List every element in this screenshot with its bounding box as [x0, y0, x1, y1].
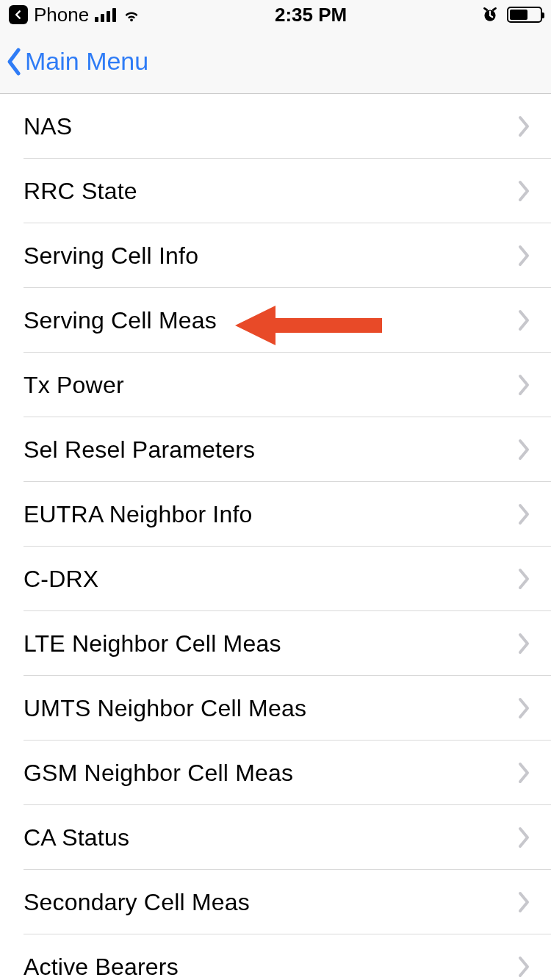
menu-item-nas[interactable]: NAS: [0, 94, 551, 159]
status-time: 2:35 PM: [275, 4, 347, 26]
chevron-right-icon: [517, 762, 530, 784]
chevron-right-icon: [517, 826, 530, 849]
menu-item-label: Secondary Cell Meas: [24, 889, 250, 916]
menu-item-ca-status[interactable]: CA Status: [0, 805, 551, 870]
battery-icon: [507, 7, 542, 23]
chevron-left-icon: [4, 47, 24, 76]
menu-item-lte-neighbor-cell-meas[interactable]: LTE Neighbor Cell Meas: [0, 611, 551, 676]
menu-item-label: RRC State: [24, 178, 137, 205]
chevron-right-icon: [517, 697, 530, 719]
back-button-label: Main Menu: [25, 47, 148, 76]
cellular-signal-icon: [95, 7, 116, 22]
chevron-right-icon: [517, 245, 530, 267]
nav-bar: Main Menu: [0, 29, 551, 94]
menu-item-sel-resel-parameters[interactable]: Sel Resel Parameters: [0, 417, 551, 482]
return-to-app-label[interactable]: Phone: [34, 4, 89, 26]
menu-item-gsm-neighbor-cell-meas[interactable]: GSM Neighbor Cell Meas: [0, 741, 551, 805]
menu-item-label: Active Bearers: [24, 954, 179, 981]
menu-item-label: NAS: [24, 113, 72, 140]
menu-item-label: LTE Neighbor Cell Meas: [24, 630, 281, 657]
menu-item-serving-cell-meas[interactable]: Serving Cell Meas: [0, 288, 551, 353]
chevron-right-icon: [517, 891, 530, 913]
chevron-right-icon: [517, 309, 530, 331]
menu-item-eutra-neighbor-info[interactable]: EUTRA Neighbor Info: [0, 482, 551, 547]
menu-item-label: Serving Cell Info: [24, 242, 198, 270]
chevron-right-icon: [517, 956, 530, 978]
menu-item-label: Sel Resel Parameters: [24, 436, 255, 464]
status-left: Phone: [9, 4, 141, 26]
menu-item-umts-neighbor-cell-meas[interactable]: UMTS Neighbor Cell Meas: [0, 676, 551, 741]
menu-item-rrc-state[interactable]: RRC State: [0, 159, 551, 223]
chevron-right-icon: [517, 568, 530, 590]
status-bar: Phone 2:35 PM: [0, 0, 551, 29]
menu-item-label: Serving Cell Meas: [24, 307, 217, 334]
wifi-icon: [122, 5, 141, 24]
menu-item-active-bearers[interactable]: Active Bearers: [0, 934, 551, 980]
menu-item-label: UMTS Neighbor Cell Meas: [24, 695, 306, 722]
menu-item-label: CA Status: [24, 824, 129, 851]
back-button[interactable]: Main Menu: [4, 47, 148, 76]
chevron-right-icon: [517, 180, 530, 202]
menu-item-secondary-cell-meas[interactable]: Secondary Cell Meas: [0, 870, 551, 934]
status-right: [480, 5, 542, 24]
return-to-app-badge[interactable]: [9, 5, 28, 24]
menu-item-c-drx[interactable]: C-DRX: [0, 547, 551, 611]
chevron-right-icon: [517, 503, 530, 525]
chevron-right-icon: [517, 439, 530, 461]
alarm-icon: [480, 5, 500, 24]
menu-item-tx-power[interactable]: Tx Power: [0, 353, 551, 417]
menu-item-serving-cell-info[interactable]: Serving Cell Info: [0, 223, 551, 288]
menu-item-label: C-DRX: [24, 566, 98, 593]
chevron-right-icon: [517, 115, 530, 137]
chevron-right-icon: [517, 633, 530, 655]
menu-item-label: GSM Neighbor Cell Meas: [24, 760, 293, 787]
menu-item-label: Tx Power: [24, 372, 124, 399]
menu-item-label: EUTRA Neighbor Info: [24, 501, 253, 528]
menu-list: NAS RRC State Serving Cell Info Serving …: [0, 94, 551, 980]
chevron-right-icon: [517, 374, 530, 396]
